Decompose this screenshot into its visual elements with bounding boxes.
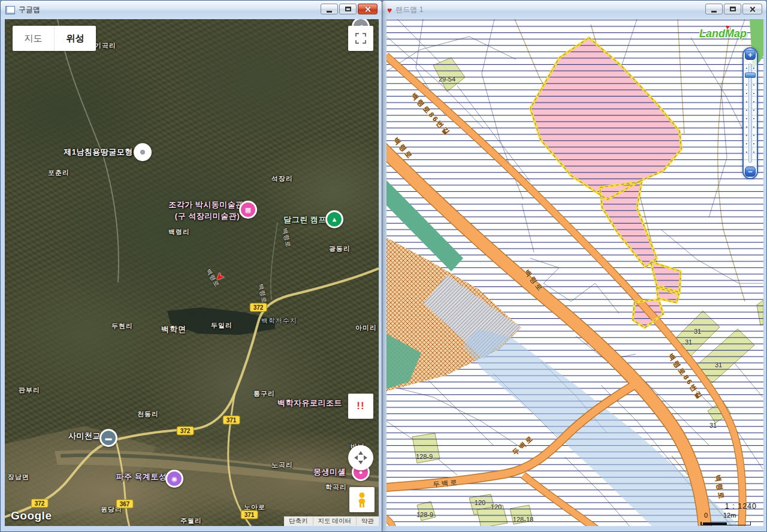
zoom-slider-handle[interactable] [745, 72, 756, 78]
close-icon [749, 6, 756, 13]
maximize-button[interactable] [724, 4, 741, 14]
pan-arrows-icon [354, 451, 368, 465]
zoom-ticks-left [746, 68, 747, 159]
maximize-icon [730, 7, 736, 11]
minimize-button[interactable] [705, 4, 723, 14]
map-type-satellite-button[interactable]: 위성 [54, 26, 96, 51]
map-footer-bar: 단축키 지도 데이터 약관 [284, 516, 379, 526]
google-window-titlebar[interactable]: 구글맵 [1, 1, 382, 19]
poi-label: 조각가 박시동미술관 [168, 200, 244, 210]
town-label: 장남면 [8, 473, 29, 482]
parcel-label: 31 [685, 338, 692, 346]
town-label: 두현리 [111, 322, 133, 331]
campground-marker[interactable]: ▲ [325, 210, 343, 228]
minimize-button[interactable] [321, 4, 338, 14]
fullscreen-button[interactable] [348, 26, 373, 51]
parcel-label: 128-9 [416, 453, 433, 460]
footer-link-terms[interactable]: 약관 [356, 517, 379, 525]
scale-zero: 0 [704, 512, 708, 519]
poi-label: 백학자유로리조트 [277, 398, 342, 409]
zoom-slider-track[interactable] [748, 64, 752, 163]
town-label: 백학면 [161, 324, 186, 335]
zoom-in-button[interactable]: + [745, 50, 756, 60]
scale-ratio: 1 : 1240 [725, 502, 757, 510]
google-attribution-logo[interactable]: Google [11, 509, 52, 522]
poi-label: 몽생미셸 [313, 467, 346, 477]
zoom-control: + − [742, 47, 758, 179]
landmap-logo: LandMap♥ [699, 28, 747, 40]
town-label: 두일리 [211, 321, 232, 330]
town-label: 석장리 [271, 174, 293, 183]
parcel-label: 29-54 [439, 75, 455, 83]
google-window-icon [5, 6, 15, 14]
poi-label: 파주 육계토성 [116, 471, 167, 482]
satellite-terrain-overlay [5, 19, 379, 526]
landmap-window-title: 랜드맵 1 [395, 5, 423, 15]
town-label: 아미리 [355, 324, 377, 332]
town-label: 학곡리 [325, 483, 347, 492]
landmap-frame: 29-5431313131128-9128-9120120128-18백령로86… [386, 19, 763, 526]
pegman-button[interactable] [349, 487, 375, 512]
poi-label: 사미천교 [68, 431, 101, 442]
landmap-window: ♥ 랜드맵 1 [382, 0, 767, 532]
road-shield: 372 [250, 303, 267, 312]
alert-button[interactable]: !! [348, 394, 373, 419]
parcel-label: 128-18 [513, 516, 533, 523]
town-label: 노곡리 [271, 461, 293, 470]
town-label: 주월리 [180, 516, 202, 525]
cadastral-map[interactable]: 29-5431313131128-9128-9120120128-18백령로86… [386, 19, 763, 526]
poi-label: 제1남침용땅굴모형 [64, 147, 133, 158]
map-scale: 1 : 1240 0 12m [691, 502, 760, 526]
google-window-title: 구글맵 [19, 5, 40, 15]
museum-marker[interactable]: ▦ [239, 201, 257, 219]
parcel-label: 128-9 [416, 511, 433, 518]
town-label: 포춘리 [48, 168, 70, 177]
town-label: 통구리 [253, 389, 275, 398]
road-shield: 371 [241, 510, 258, 519]
scale-bar [700, 525, 751, 525]
close-icon [364, 6, 371, 13]
parcel-label: 31 [694, 328, 701, 335]
footer-link-shortcuts[interactable]: 단축키 [284, 517, 313, 525]
road-shield: 371 [223, 416, 240, 425]
road-shield: 367 [116, 500, 134, 509]
maximize-icon [345, 7, 351, 11]
road-shield: 372 [31, 499, 49, 508]
cadastral-map-canvas [386, 19, 763, 526]
road-shield: 372 [177, 427, 194, 436]
town-label: 기곡리 [95, 41, 116, 50]
landmap-window-titlebar[interactable]: ♥ 랜드맵 1 [382, 1, 766, 19]
minimize-icon [711, 11, 717, 13]
close-button[interactable] [742, 4, 762, 14]
close-button[interactable] [358, 4, 378, 14]
google-map-window: 구글맵 기곡리포춘리석장리백령리광동리백학저수지두현리백학면두일리아미리판부리통… [0, 0, 382, 532]
alert-label: !! [357, 400, 364, 412]
minimize-icon [327, 11, 332, 13]
google-map-frame: 기곡리포춘리석장리백령리광동리백학저수지두현리백학면두일리아미리판부리통구리천동… [5, 19, 379, 526]
scale-distance: 12m [723, 512, 736, 519]
parcel-label: 120 [491, 503, 502, 510]
town-label: 백학저수지 [261, 316, 297, 325]
zoom-ticks-right [753, 68, 754, 159]
town-label: 판부리 [19, 386, 40, 395]
map-type-map-button[interactable]: 지도 [13, 26, 54, 51]
parcel-label: 31 [715, 361, 722, 368]
town-label: 광동리 [329, 244, 351, 253]
historic-site-marker[interactable]: ◉ [165, 470, 183, 488]
bridge-marker[interactable]: ▬ [99, 429, 117, 447]
google-satellite-map[interactable]: 기곡리포춘리석장리백령리광동리백학저수지두현리백학면두일리아미리판부리통구리천동… [5, 19, 379, 526]
poi-label: (구 석장리미술관) [175, 211, 240, 222]
tunnel-model-marker[interactable] [134, 143, 152, 161]
maximize-button[interactable] [339, 4, 357, 14]
poi-label: 달그린 캠프 [283, 214, 327, 225]
zoom-out-button[interactable]: − [745, 167, 756, 177]
town-label: 천동리 [137, 410, 159, 419]
landmap-window-icon: ♥ [387, 6, 392, 14]
pegman-icon [355, 492, 369, 508]
map-type-control: 지도 위성 [13, 26, 96, 51]
parcel-label: 31 [709, 422, 717, 429]
town-label: 백령리 [168, 228, 190, 237]
footer-link-map-data[interactable]: 지도 데이터 [313, 517, 356, 525]
parcel-label: 120 [475, 499, 485, 506]
pan-control-button[interactable] [348, 445, 373, 470]
